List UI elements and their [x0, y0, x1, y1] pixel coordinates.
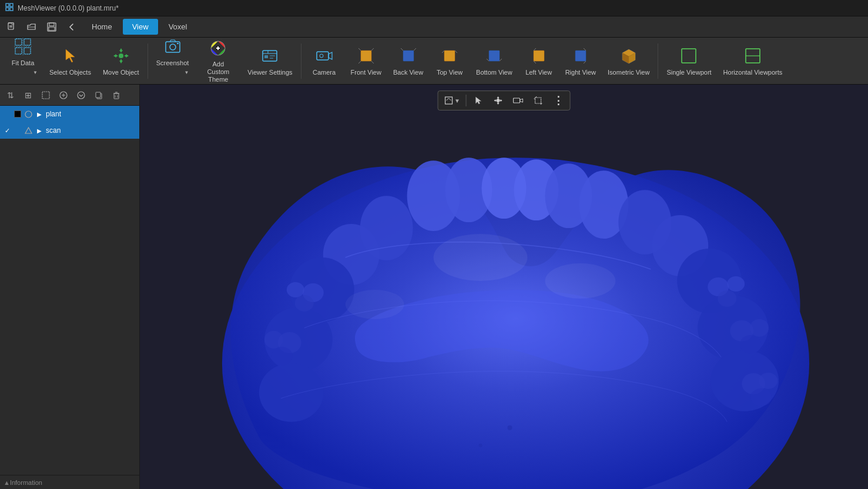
circle-up-button[interactable]	[55, 87, 72, 103]
main-content: ⇅ ⊞	[0, 85, 868, 489]
svg-point-139	[479, 444, 482, 447]
svg-rect-13	[24, 39, 31, 45]
svg-marker-26	[126, 54, 129, 58]
svg-line-62	[534, 48, 536, 51]
viewport-toolbar: ▼	[437, 91, 571, 110]
back-view-button[interactable]: Back View	[387, 39, 429, 83]
svg-point-125	[718, 290, 736, 307]
shape-triangle-scan	[24, 126, 33, 135]
check-plant: ✓	[2, 109, 12, 119]
svg-rect-72	[682, 49, 696, 63]
back-button[interactable]	[62, 19, 81, 35]
svg-point-131	[750, 388, 772, 406]
circle-down-button[interactable]	[73, 87, 89, 103]
crop-tool[interactable]	[529, 92, 548, 109]
sidebar: ⇅ ⊞	[0, 85, 140, 489]
camera-viewport-tool[interactable]	[509, 92, 528, 109]
new-button[interactable]	[2, 19, 21, 35]
move-object-button[interactable]: Move Object	[97, 39, 145, 83]
svg-rect-14	[15, 48, 22, 54]
app-title: MeshViewer (0.0.0.0) plant.mru*	[18, 4, 119, 12]
svg-marker-94	[497, 103, 500, 105]
svg-line-44	[358, 48, 361, 51]
expand-viewport-button[interactable]: ▼	[440, 95, 464, 106]
svg-rect-1	[10, 4, 13, 6]
plant-name: plant	[46, 110, 137, 118]
check-scan: ✓	[2, 126, 12, 135]
right-view-button[interactable]: Right View	[559, 39, 602, 83]
scan-name: scan	[46, 126, 137, 135]
svg-point-138	[507, 426, 512, 430]
svg-line-58	[487, 59, 489, 61]
svg-rect-39	[270, 58, 273, 59]
viewer-settings-button[interactable]: Viewer Settings	[242, 39, 298, 83]
left-view-button[interactable]: Left View	[518, 39, 559, 83]
svg-line-54	[442, 51, 444, 53]
object-row-plant[interactable]: ✓ ▶ plant	[0, 106, 139, 122]
svg-marker-96	[494, 99, 496, 102]
svg-rect-56	[489, 51, 500, 61]
expand-scan[interactable]: ▶	[35, 126, 43, 135]
dental-scan-3d	[140, 85, 868, 489]
selection-rect-button[interactable]	[38, 87, 54, 103]
svg-point-136	[264, 331, 283, 349]
color-box-plant	[14, 110, 21, 118]
svg-rect-12	[15, 39, 22, 45]
svg-rect-99	[514, 98, 520, 103]
svg-marker-20	[119, 48, 123, 51]
view-tab[interactable]: View	[123, 19, 158, 35]
expand-plant[interactable]: ▶	[35, 110, 43, 118]
object-list: ✓ ▶ plant ✓ ▶	[0, 106, 139, 475]
svg-point-134	[295, 295, 314, 312]
grid-button[interactable]: ⊞	[20, 87, 36, 103]
add-custom-theme-button[interactable]: Add Custom Theme	[195, 39, 242, 83]
object-row-scan[interactable]: ✓ ▶ scan	[0, 122, 139, 139]
svg-point-142	[346, 290, 404, 319]
save-button[interactable]	[42, 19, 61, 35]
svg-rect-52	[444, 51, 455, 61]
svg-marker-98	[501, 99, 502, 102]
isometric-view-button[interactable]: Isometric View	[602, 39, 655, 83]
svg-rect-60	[534, 51, 544, 61]
home-tab[interactable]: Home	[82, 19, 122, 35]
top-view-button[interactable]: Top View	[429, 39, 470, 83]
single-viewport-button[interactable]: Single Viewport	[661, 39, 717, 83]
svg-line-51	[414, 48, 416, 51]
viewport[interactable]: ▼	[140, 85, 868, 489]
svg-rect-11	[49, 27, 55, 31]
svg-point-41	[320, 54, 323, 58]
sort-button[interactable]: ⇅	[2, 87, 19, 103]
front-view-button[interactable]: Front View	[345, 39, 387, 83]
bottom-view-button[interactable]: Bottom View	[470, 39, 518, 83]
copy-button[interactable]	[91, 87, 107, 103]
svg-point-128	[740, 335, 761, 354]
svg-rect-38	[270, 55, 275, 56]
fit-data-button[interactable]: Fit Data ▼	[2, 39, 43, 83]
svg-point-18	[119, 53, 123, 58]
svg-line-50	[401, 48, 403, 51]
app-logo	[5, 2, 14, 14]
svg-rect-82	[114, 93, 119, 99]
info-bar: ▲ Information	[0, 475, 139, 489]
voxel-tab[interactable]: Voxel	[159, 19, 197, 35]
svg-point-127	[750, 319, 769, 337]
cursor-tool[interactable]	[469, 92, 488, 109]
camera-button[interactable]: Camera	[304, 39, 345, 83]
select-objects-button[interactable]: Select Objects	[43, 39, 97, 83]
shape-circle-plant	[24, 109, 33, 119]
screenshot-button[interactable]: Screenshot ▼	[150, 39, 195, 83]
svg-rect-0	[6, 4, 9, 6]
svg-marker-92	[497, 96, 500, 98]
svg-line-46	[371, 61, 374, 63]
pan-tool[interactable]	[489, 92, 508, 109]
more-options[interactable]: ⋮	[549, 92, 568, 109]
horizontal-viewports-button[interactable]: Horizontal Viewports	[718, 39, 789, 83]
sidebar-toolbar: ⇅ ⊞	[0, 85, 139, 106]
info-label: ▲	[4, 479, 10, 486]
delete-button[interactable]	[108, 87, 125, 103]
svg-rect-3	[10, 8, 13, 11]
svg-point-130	[759, 373, 777, 389]
svg-rect-81	[96, 92, 100, 98]
svg-rect-75	[42, 92, 49, 99]
open-button[interactable]	[22, 19, 41, 35]
